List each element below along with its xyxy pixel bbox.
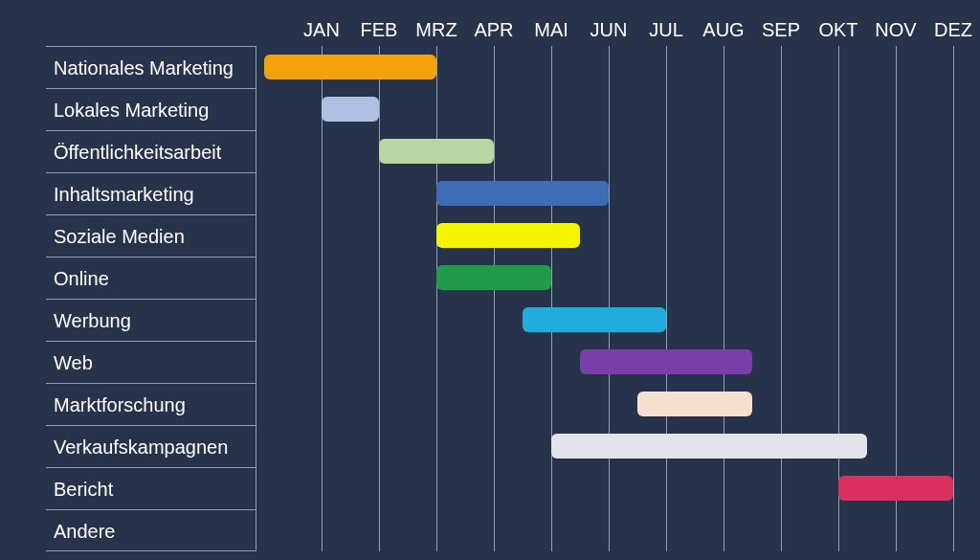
month-header: APR — [465, 15, 523, 44]
task-label: Werbung — [46, 299, 256, 341]
month-header: SEP — [752, 15, 810, 44]
gantt-bar — [551, 434, 867, 459]
month-header: JAN — [293, 15, 350, 44]
gantt-bar — [379, 139, 494, 164]
month-header: OKT — [810, 15, 867, 44]
gridline — [322, 46, 323, 551]
month-header: JUN — [580, 15, 637, 44]
gridline — [666, 46, 667, 551]
gridline — [781, 46, 782, 551]
gridline — [379, 46, 380, 551]
gridline — [953, 46, 954, 551]
gantt-bar — [264, 55, 436, 79]
month-header: FEB — [350, 15, 408, 44]
gridline — [551, 46, 552, 551]
task-label: Inhaltsmarketing — [46, 172, 256, 214]
month-header: NOV — [867, 15, 924, 44]
task-label: Lokales Marketing — [46, 88, 256, 130]
gantt-bar — [523, 307, 666, 332]
month-header: JUL — [637, 15, 695, 44]
gridline — [494, 46, 495, 551]
month-header: MRZ — [408, 15, 465, 44]
gantt-bar — [436, 181, 609, 206]
task-label: Bericht — [46, 467, 256, 509]
gridline — [609, 46, 610, 551]
gantt-chart: JAN FEB MRZ APR MAI JUN JUL AUG SEP OKT … — [0, 0, 980, 560]
gantt-grid — [264, 46, 953, 551]
gantt-bar — [322, 97, 379, 122]
task-label: Öffentlichkeitsarbeit — [46, 130, 256, 172]
gantt-bar — [637, 392, 752, 416]
gantt-bar — [436, 223, 580, 248]
month-header: AUG — [695, 15, 752, 44]
task-label: Soziale Medien — [46, 214, 256, 257]
gridline — [838, 46, 839, 551]
task-label: Nationales Marketing — [46, 46, 256, 88]
task-label: Web — [46, 341, 256, 383]
month-header: MAI — [523, 15, 580, 44]
month-header: DEZ — [924, 15, 980, 44]
gridline — [436, 46, 437, 551]
task-label: Verkaufskampagnen — [46, 425, 256, 467]
task-label: Online — [46, 257, 256, 299]
gantt-bar — [838, 476, 953, 501]
task-label: Andere — [46, 509, 256, 551]
task-label: Marktforschung — [46, 383, 256, 425]
gantt-bar — [436, 265, 551, 290]
gantt-bar — [580, 349, 752, 374]
gridline — [724, 46, 724, 551]
